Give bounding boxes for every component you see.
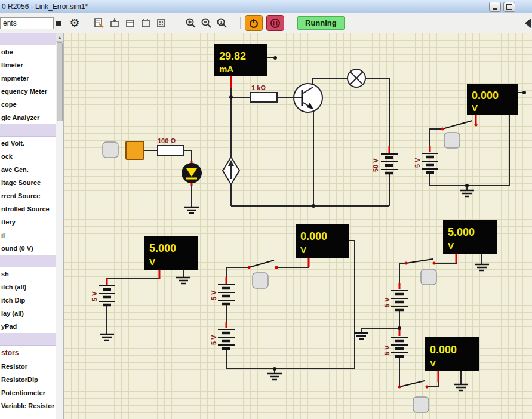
voltmeter-unit: V [448,241,454,251]
voltmeter-display[interactable]: 5.000 V [144,236,198,270]
sidebar-item-potentiometer[interactable]: Potentiometer [0,386,56,399]
battery-5v[interactable]: 5 V [210,277,235,304]
title-bar[interactable]: 0 R2056 - Link_Error.sim1* [0,0,532,14]
switch[interactable] [405,259,436,265]
minimize-button[interactable] [489,2,501,12]
sidebar-category-bar[interactable] [0,333,56,346]
sidebar-item-push[interactable]: sh [0,267,56,281]
sidebar-subcategory-resistors[interactable]: stors [0,346,56,360]
sidebar-item-battery[interactable]: ttery [0,215,56,229]
voltmeter-value: 0.000 [472,90,499,101]
switch[interactable] [398,381,429,389]
battery-5v[interactable]: 5 V [91,278,115,305]
resistor-1k[interactable]: 1 kΩ [251,84,277,102]
settings-button[interactable]: ⚙ [67,16,82,31]
battery-5v[interactable]: 5 V [383,283,408,310]
sidebar-item-voltage-source[interactable]: ltage Source [0,176,56,189]
switch[interactable] [248,260,278,269]
ammeter-display[interactable]: 29.82 mA [214,44,267,76]
ground-symbol [267,374,282,380]
resistor-100[interactable]: 100 Ω [158,137,184,155]
edit-subcircuit-button[interactable] [91,16,107,31]
maximize-button[interactable] [503,2,515,12]
sidebar-item-resistordip[interactable]: ResistorDip [0,373,56,386]
toolbar-separator [87,17,87,29]
switch-button[interactable] [444,133,460,148]
voltmeter-unit: V [472,103,478,113]
sidebar-item-frequency-meter[interactable]: equency Meter [0,85,56,98]
sidebar-item-wave-gen[interactable]: ave Gen. [0,163,56,176]
components-tab[interactable]: ents [0,17,54,29]
pause-icon [270,18,281,29]
zoom-one-button[interactable]: 1 [214,16,230,31]
package-icon [140,17,152,29]
battery-label: 5 V [210,290,217,300]
sidebar-category-bar[interactable] [0,33,56,45]
sidebar-item-current-source[interactable]: rrent Source [0,189,56,202]
switch-button[interactable] [421,269,436,285]
app-window: 0 R2056 - Link_Error.sim1* ents ⚙ [0,0,532,419]
scroll-up-icon[interactable]: ▲ [56,33,63,42]
switch-button[interactable] [253,273,268,288]
ground-symbol [454,384,468,390]
zoom-in-button[interactable] [183,16,199,31]
open-box-button[interactable] [122,16,138,31]
sidebar-item-logic-analyzer[interactable]: gic Analyzer [0,111,56,124]
svg-text:1: 1 [220,20,223,25]
sidebar-item-variable-resistor[interactable]: Variable Resistor [0,399,56,412]
battery-label: 5 V [383,297,390,307]
sidebar-item-ground[interactable]: ound (0 V) [0,242,56,255]
power-circuit-button[interactable] [245,15,263,31]
voltmeter-value: 0.000 [300,230,327,242]
fixed-volt-source[interactable] [126,141,144,159]
sidebar-item-switch-dip[interactable]: itch Dip [0,294,56,307]
zoom-out-button[interactable] [199,16,214,31]
sidebar-item-resistor[interactable]: Resistor [0,360,56,373]
sidebar-item-rail[interactable]: il [0,229,56,242]
voltmeter-display[interactable]: 0.000 V [296,224,349,258]
switch[interactable] [441,121,478,131]
sidebar-category-bar[interactable] [0,124,56,137]
battery-5v[interactable]: 5 V [414,146,438,172]
sidebar-item-controlled-source[interactable]: ntrolled Source [0,202,56,215]
voltmeter-value: 5.000 [448,226,475,238]
voltmeter-display[interactable]: 5.000 V [443,220,497,254]
sidebar-item-clock[interactable]: ock [0,150,56,163]
sidebar-item-probe[interactable]: obe [0,45,56,58]
battery-label: 5 V [210,335,217,345]
component-list-panel: obe ltmeter mpmeter equency Meter cope g… [0,33,64,419]
sidebar-category-bar[interactable] [0,255,56,267]
new-circuit-button[interactable] [107,16,122,31]
sidebar-item-oscope[interactable]: cope [0,98,56,111]
battery-5v[interactable]: 5 V [383,329,408,356]
sidebar-item-voltmeter[interactable]: ltmeter [0,58,56,72]
voltmeter-unit: V [149,257,155,267]
package-button[interactable] [138,16,153,31]
current-source[interactable] [223,157,239,184]
dock-handle-icon[interactable] [56,21,61,26]
zoom-one-icon: 1 [216,17,228,29]
pause-simulation-button[interactable] [266,15,284,31]
switch-button[interactable] [413,397,429,412]
scrollbar-thumb[interactable] [57,42,63,121]
sidebar-item-relay-all[interactable]: lay (all) [0,307,56,320]
sidebar-scrollbar[interactable]: ▲ [56,33,63,419]
battery-50v[interactable]: 50 V [372,146,398,173]
components-tab-label: ents [3,19,17,27]
voltmeter-display[interactable]: 0.000 V [467,84,518,115]
battery-5v[interactable]: 5 V [210,322,235,349]
status-badge: Running [297,16,345,30]
led[interactable] [182,161,202,186]
dip-package-button[interactable] [153,16,169,31]
sidebar-item-ampmeter[interactable]: mpmeter [0,72,56,85]
lamp[interactable] [348,69,365,87]
sidebar-item-switch-all[interactable]: itch (all) [0,281,56,294]
sidebar-item-fixed-volt[interactable]: ed Volt. [0,137,56,150]
circuit-canvas[interactable]: 50 V 5 V 5 V 5 V [64,33,532,419]
voltmeter-display[interactable]: 0.000 V [425,337,479,371]
sidebar-item-keypad[interactable]: yPad [0,320,56,333]
npn-transistor[interactable] [294,84,322,112]
fixed-volt-button[interactable] [103,142,118,158]
document-edit-icon [93,17,105,29]
collapse-panel-icon[interactable] [525,19,531,28]
